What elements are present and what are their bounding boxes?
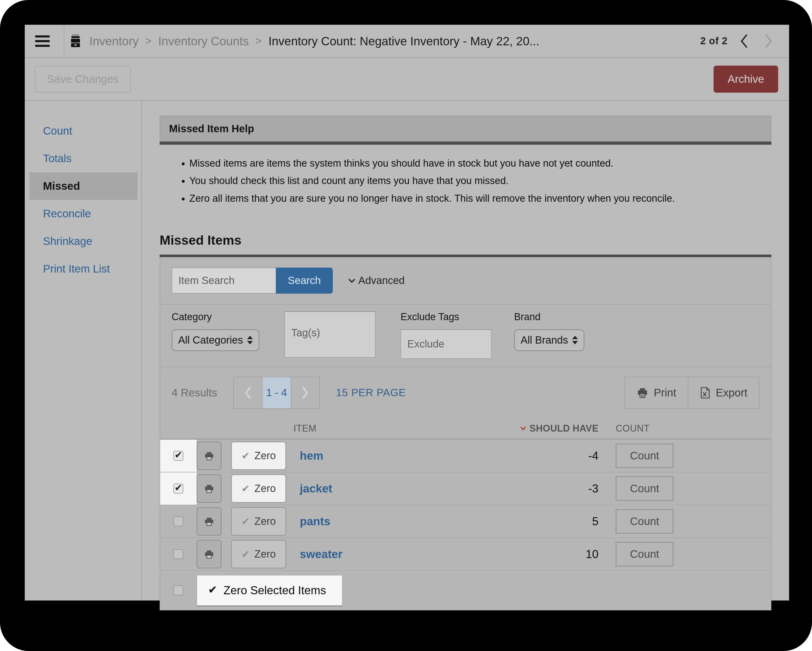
count-button[interactable]: Count — [616, 509, 673, 534]
row-checkbox-cell: ✔ — [160, 473, 197, 505]
count-button[interactable]: Count — [616, 476, 673, 501]
page-title: Inventory Count: Negative Inventory - Ma… — [269, 34, 540, 48]
table-row: ✔ ✔ Zero hem -4 Count — [160, 440, 771, 473]
table-header: ITEM SHOULD HAVE COUNT — [160, 418, 771, 440]
brand-label: Brand — [514, 311, 585, 323]
row-checkbox[interactable]: ✔ — [174, 451, 183, 461]
brand-select[interactable]: All Brands — [514, 329, 585, 351]
table-row: ✔ ✔ Zero jacket -3 Count — [160, 473, 771, 505]
search-button[interactable]: Search — [276, 268, 333, 294]
zero-selected-label: Zero Selected Items — [223, 584, 326, 597]
row-print-button[interactable] — [197, 474, 221, 503]
sidebar-item-count[interactable]: Count — [29, 117, 137, 145]
help-panel-divider — [160, 142, 771, 145]
sort-descending-icon — [519, 425, 527, 432]
check-icon: ✔ — [241, 483, 250, 494]
count-button[interactable]: Count — [616, 542, 673, 566]
help-bullet: Missed items are items the system thinks… — [189, 157, 769, 170]
save-changes-button[interactable]: Save Changes — [35, 66, 131, 93]
exclude-tags-input[interactable] — [400, 329, 491, 359]
zero-button[interactable]: ✔ Zero — [231, 474, 286, 503]
brand-value: All Brands — [520, 334, 568, 346]
exclude-tags-filter: Exclude Tags — [400, 311, 491, 359]
item-search-input[interactable] — [172, 268, 276, 294]
column-header-count[interactable]: COUNT — [598, 423, 678, 434]
brand-filter: Brand All Brands — [514, 311, 585, 351]
search-bar: Search Advanced — [160, 257, 771, 304]
printer-icon — [204, 549, 215, 560]
top-header: Inventory > Inventory Counts > Inventory… — [25, 25, 789, 58]
help-panel-body: Missed items are items the system thinks… — [160, 145, 771, 219]
printer-icon — [204, 516, 215, 527]
item-link[interactable]: hem — [292, 449, 513, 462]
breadcrumb-inventory-counts[interactable]: Inventory Counts — [158, 34, 249, 48]
hamburger-menu-icon[interactable] — [35, 35, 50, 47]
item-link[interactable]: pants — [292, 515, 513, 528]
page-next-icon[interactable] — [291, 377, 319, 409]
zero-label: Zero — [255, 450, 276, 462]
export-button[interactable]: Export — [688, 377, 759, 409]
sidebar-item-totals[interactable]: Totals — [29, 145, 137, 172]
breadcrumb-separator: > — [145, 35, 151, 47]
archive-button[interactable]: Archive — [714, 66, 778, 93]
page-prev-icon[interactable] — [234, 377, 262, 409]
item-link[interactable]: sweater — [292, 548, 513, 561]
missed-items-panel: Search Advanced Category All Categori — [160, 257, 771, 610]
breadcrumb-separator: > — [255, 35, 261, 47]
breadcrumb-inventory[interactable]: Inventory — [89, 34, 139, 48]
row-checkbox[interactable]: ✔ — [174, 483, 183, 494]
help-bullet: Zero all items that you are sure you no … — [189, 192, 769, 205]
printer-icon — [204, 450, 215, 461]
item-link[interactable]: jacket — [292, 482, 513, 495]
sidebar-item-print-item-list[interactable]: Print Item List — [29, 255, 137, 283]
tags-input[interactable] — [284, 311, 375, 358]
sidebar-item-missed[interactable]: Missed — [29, 172, 137, 200]
zero-label: Zero — [255, 483, 276, 494]
should-have-value: -3 — [513, 482, 598, 495]
zero-label: Zero — [255, 515, 276, 527]
header-divider — [64, 25, 64, 57]
zero-button[interactable]: ✔ Zero — [231, 540, 286, 569]
column-header-item[interactable]: ITEM — [292, 423, 513, 434]
sidebar-item-reconcile[interactable]: Reconcile — [29, 200, 137, 227]
print-button[interactable]: Print — [625, 377, 687, 409]
row-checkbox[interactable]: ✔ — [174, 549, 183, 559]
next-record-icon[interactable] — [761, 32, 775, 50]
category-value: All Categories — [178, 334, 243, 346]
record-pager: 2 of 2 — [700, 32, 775, 50]
action-toolbar: Save Changes Archive — [25, 58, 789, 101]
category-filter: Category All Categories — [172, 311, 259, 351]
export-label: Export — [716, 387, 748, 399]
advanced-toggle[interactable]: Advanced — [347, 274, 405, 286]
zero-button[interactable]: ✔ Zero — [231, 507, 286, 536]
check-icon: ✔ — [241, 549, 250, 559]
help-panel-title: Missed Item Help — [160, 116, 771, 142]
row-print-button[interactable] — [197, 507, 221, 536]
row-print-button[interactable] — [197, 441, 221, 470]
row-print-button[interactable] — [197, 540, 221, 569]
category-select[interactable]: All Categories — [172, 329, 259, 351]
sidebar-item-shrinkage[interactable]: Shrinkage — [29, 227, 137, 255]
check-icon: ✔ — [208, 584, 217, 595]
column-header-should-have[interactable]: SHOULD HAVE — [513, 423, 598, 434]
row-checkbox[interactable]: ✔ — [174, 517, 183, 526]
zero-button[interactable]: ✔ Zero — [231, 441, 286, 470]
main-content: Missed Item Help Missed items are items … — [142, 101, 789, 600]
help-bullet: You should check this list and count any… — [189, 174, 769, 188]
should-have-label: SHOULD HAVE — [530, 423, 598, 434]
filter-bar: Category All Categories Exclude Tags Bra… — [160, 305, 771, 367]
printer-icon — [204, 483, 215, 494]
select-all-checkbox[interactable]: ✔ — [174, 585, 183, 595]
previous-record-icon[interactable] — [737, 32, 752, 50]
count-button[interactable]: Count — [616, 444, 673, 468]
select-updown-icon — [247, 336, 253, 345]
check-icon: ✔ — [241, 517, 250, 526]
table-row: ✔ ✔ Zero sweater 10 Count — [160, 538, 771, 571]
row-checkbox-cell: ✔ — [160, 538, 197, 570]
per-page-link[interactable]: 15 PER PAGE — [336, 387, 406, 398]
zero-selected-items-button[interactable]: ✔ Zero Selected Items — [197, 575, 342, 606]
chevron-down-icon — [347, 276, 356, 285]
print-export-group: Print Export — [624, 377, 759, 409]
sidebar-nav: Count Totals Missed Reconcile Shrinkage … — [25, 101, 142, 600]
breadcrumb: Inventory > Inventory Counts > Inventory… — [69, 34, 539, 48]
